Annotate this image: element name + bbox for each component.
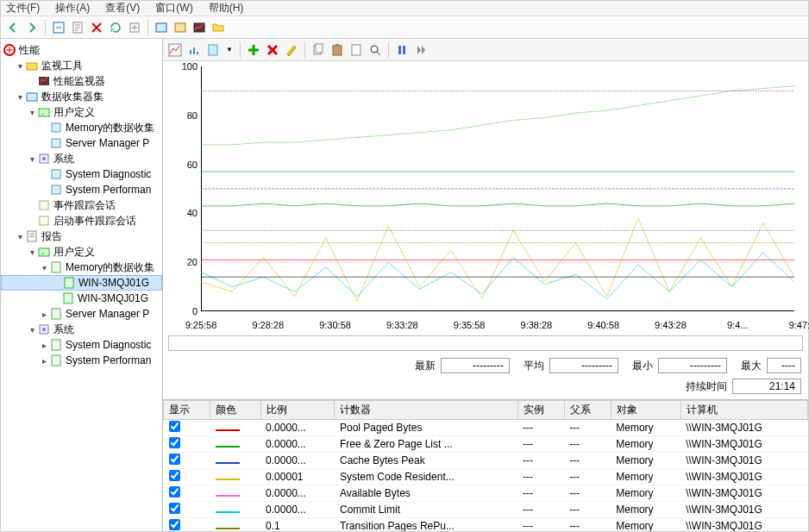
show-checkbox[interactable]	[169, 437, 180, 448]
view-histogram-button[interactable]	[185, 41, 203, 59]
tree-node[interactable]: ▸Server Manager P	[1, 306, 162, 322]
properties-button[interactable]	[69, 19, 86, 36]
latest-label: 最新	[415, 359, 436, 373]
chart-area[interactable]: 020406080100 9:25:589:28:289:30:589:33:2…	[163, 61, 808, 335]
export-button[interactable]	[126, 19, 143, 36]
table-row[interactable]: 0.0000...Free & Zero Page List ...------…	[164, 436, 808, 453]
tree-twisty[interactable]	[27, 77, 37, 86]
show-checkbox[interactable]	[169, 519, 180, 530]
tree-twisty[interactable]	[27, 216, 37, 226]
tree-twisty[interactable]: ▾	[39, 263, 49, 272]
col-object[interactable]: 对象	[611, 401, 680, 420]
up-button[interactable]	[50, 19, 67, 36]
tree-twisty[interactable]: ▾	[27, 247, 37, 257]
show-checkbox[interactable]	[169, 421, 180, 432]
tree-node[interactable]: ▸System Diagnostic	[1, 337, 162, 353]
chart-button[interactable]	[191, 19, 208, 36]
dropdown-arrow-icon[interactable]: ▼	[223, 46, 235, 53]
tree-twisty[interactable]: ▾	[15, 61, 25, 71]
delete-button[interactable]	[88, 19, 105, 36]
table-row[interactable]: 0.0000...Available Bytes------Memory\\WI…	[164, 485, 808, 502]
tree-twisty[interactable]: ▾	[15, 232, 25, 241]
col-show[interactable]: 显示	[164, 401, 210, 420]
menu-item[interactable]: 文件(F)	[6, 1, 40, 16]
tree-node[interactable]: ▾报告	[1, 228, 162, 244]
properties-chart-button[interactable]	[348, 41, 365, 59]
highlight-button[interactable]	[283, 41, 300, 59]
update-button[interactable]	[412, 41, 430, 59]
tree-twisty[interactable]: ▸	[39, 356, 49, 366]
table-row[interactable]: 0.00001System Code Resident...------Memo…	[164, 469, 808, 485]
show-checkbox[interactable]	[169, 454, 180, 465]
tree-node[interactable]: Memory的数据收集	[1, 120, 162, 135]
tree-node[interactable]: WIN-3MQJ01G	[1, 275, 162, 291]
tree-twisty[interactable]	[51, 294, 61, 304]
col-scale[interactable]: 比例	[260, 401, 335, 420]
show-checkbox[interactable]	[169, 470, 180, 481]
chart-hscroll[interactable]	[168, 335, 803, 351]
menu-item[interactable]: 操作(A)	[55, 1, 90, 16]
y-tick-label: 100	[172, 61, 198, 72]
col-parent[interactable]: 父系	[564, 401, 611, 420]
menu-item[interactable]: 窗口(W)	[155, 1, 192, 16]
tree-node[interactable]: 启动事件跟踪会话	[1, 213, 162, 228]
tree-node[interactable]: System Diagnostic	[1, 166, 162, 182]
tree-node[interactable]: Server Manager P	[1, 135, 162, 151]
tree-root[interactable]: 性能	[1, 42, 162, 58]
remove-counter-button[interactable]	[264, 41, 281, 59]
tree-node[interactable]: 事件跟踪会话	[1, 197, 162, 213]
tree-node[interactable]: System Performan	[1, 182, 162, 197]
tree-node[interactable]: WIN-3MQJ01G	[1, 291, 162, 306]
view-line-button[interactable]	[166, 41, 184, 59]
tree-twisty[interactable]	[52, 279, 62, 288]
folder-button[interactable]	[210, 19, 227, 36]
freeze-button[interactable]	[393, 41, 411, 59]
view-report-button[interactable]	[204, 41, 222, 59]
menubar[interactable]: 文件(F) 操作(A) 查看(V) 窗口(W) 帮助(H)	[1, 1, 808, 16]
tree-twisty[interactable]: ▾	[27, 154, 37, 164]
paste-button[interactable]	[329, 41, 346, 59]
tree-node[interactable]: ▾用户定义	[1, 104, 162, 120]
show-checkbox[interactable]	[169, 486, 180, 498]
tree-twisty[interactable]	[39, 170, 49, 179]
tree-pane[interactable]: 性能 ▾监视工具 性能监视器▾数据收集器集▾用户定义 Memory的数据收集 S…	[1, 39, 163, 531]
counters-table-wrap[interactable]: 显示 颜色 比例 计数器 实例 父系 对象 计算机 0.0000...Pool …	[163, 399, 808, 531]
table-row[interactable]: 0.0000...Commit Limit------Memory\\WIN-3…	[164, 502, 808, 518]
tree-twisty[interactable]: ▸	[39, 341, 49, 350]
col-computer[interactable]: 计算机	[680, 401, 807, 420]
menu-item[interactable]: 查看(V)	[105, 1, 140, 16]
window2-button[interactable]	[172, 19, 189, 36]
refresh-button[interactable]	[107, 19, 124, 36]
tree-twisty[interactable]	[39, 123, 49, 133]
table-row[interactable]: 0.0000...Pool Paged Bytes------Memory\\W…	[164, 420, 808, 436]
tree-node[interactable]: ▾Memory的数据收集	[1, 260, 162, 275]
table-row[interactable]: 0.0000...Cache Bytes Peak------Memory\\W…	[164, 453, 808, 469]
tree-node[interactable]: 性能监视器	[1, 73, 162, 89]
col-counter[interactable]: 计数器	[335, 401, 517, 420]
menu-item[interactable]: 帮助(H)	[209, 1, 244, 16]
tree-twisty[interactable]	[39, 139, 49, 148]
show-checkbox[interactable]	[169, 503, 180, 514]
table-row[interactable]: 0.1Transition Pages RePu...------Memory\…	[164, 518, 808, 532]
copy-button[interactable]	[310, 41, 327, 59]
tree-twisty[interactable]: ▸	[39, 310, 49, 319]
col-instance[interactable]: 实例	[517, 401, 564, 420]
zoom-button[interactable]	[367, 41, 384, 59]
tree-twisty[interactable]	[39, 185, 49, 195]
tree-node[interactable]: ▾系统	[1, 151, 162, 166]
back-button[interactable]	[4, 19, 22, 36]
x-tick-label: 9:33:28	[386, 320, 418, 330]
tree-node[interactable]: ▾监视工具	[1, 58, 162, 73]
window1-button[interactable]	[153, 19, 170, 36]
tree-twisty[interactable]: ▾	[15, 92, 25, 102]
add-counter-button[interactable]	[245, 41, 262, 59]
tree-twisty[interactable]: ▾	[27, 325, 37, 335]
col-color[interactable]: 颜色	[210, 401, 261, 420]
forward-button[interactable]	[23, 19, 41, 36]
tree-node[interactable]: ▸System Performan	[1, 353, 162, 368]
tree-twisty[interactable]: ▾	[27, 108, 37, 117]
tree-node[interactable]: ▾用户定义	[1, 244, 162, 260]
tree-node[interactable]: ▾系统	[1, 322, 162, 337]
tree-node[interactable]: ▾数据收集器集	[1, 89, 162, 104]
tree-twisty[interactable]	[27, 201, 37, 210]
